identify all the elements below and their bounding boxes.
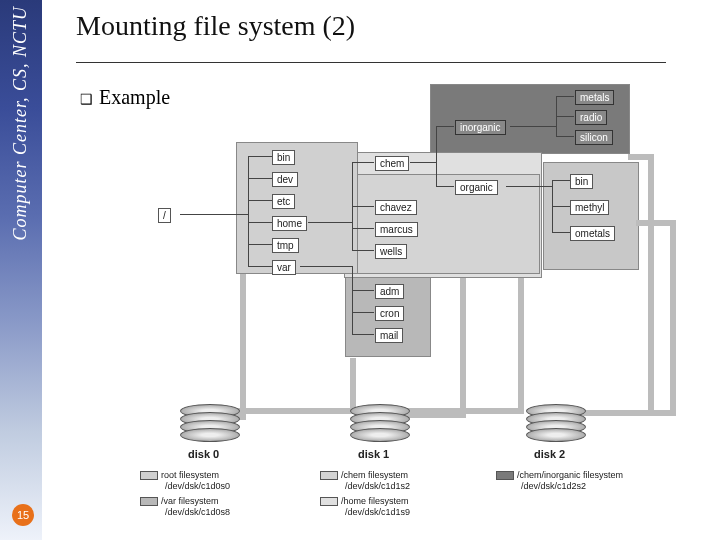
node-dev: dev: [272, 172, 298, 187]
cable: [628, 154, 654, 160]
connector: [352, 334, 374, 335]
sidebar: Computer Center, CS, NCTU: [0, 0, 42, 540]
connector: [248, 244, 272, 245]
connector: [510, 126, 556, 127]
connector: [436, 126, 454, 127]
cable: [396, 408, 524, 414]
node-bin: bin: [272, 150, 295, 165]
disk-2-icon: [526, 404, 586, 446]
group-chem: [344, 174, 540, 274]
connector: [248, 156, 249, 266]
cable: [240, 274, 246, 414]
node-tmp: tmp: [272, 238, 299, 253]
node-home: home: [272, 216, 307, 231]
connector: [352, 290, 374, 291]
connector: [352, 206, 374, 207]
connector: [248, 200, 272, 201]
connector: [352, 312, 374, 313]
connector: [556, 136, 574, 137]
connector: [308, 222, 352, 223]
node-wells: wells: [375, 244, 407, 259]
node-radio: radio: [575, 110, 607, 125]
node-etc: etc: [272, 194, 295, 209]
connector: [552, 180, 570, 181]
connector: [352, 228, 374, 229]
cable: [228, 408, 356, 414]
connector: [436, 126, 437, 186]
connector: [552, 206, 570, 207]
connector: [352, 250, 374, 251]
disk-0-label: disk 0: [188, 448, 219, 460]
sidebar-text: Computer Center, CS, NCTU: [10, 6, 31, 241]
cable: [648, 154, 654, 416]
disk-1-icon: [350, 404, 410, 446]
connector: [506, 186, 552, 187]
legend-root: root filesystem /dev/dsk/c1d0s0: [140, 470, 230, 492]
connector: [180, 214, 248, 215]
title-rule: [76, 62, 666, 63]
node-bin2: bin: [570, 174, 593, 189]
node-silicon: silicon: [575, 130, 613, 145]
connector: [248, 156, 272, 157]
connector: [248, 178, 272, 179]
node-root: /: [158, 208, 171, 223]
node-cron: cron: [375, 306, 404, 321]
node-mail: mail: [375, 328, 403, 343]
cable: [670, 220, 676, 416]
page-title: Mounting file system (2): [76, 10, 355, 42]
node-metals: metals: [575, 90, 614, 105]
disk-2-label: disk 2: [534, 448, 565, 460]
node-chem: chem: [375, 156, 409, 171]
connector: [248, 266, 272, 267]
group-root: [236, 142, 358, 274]
node-ometals: ometals: [570, 226, 615, 241]
connector: [300, 266, 352, 267]
bullet-icon: ❑: [80, 91, 93, 107]
legend-chem: /chem filesystem /dev/dsk/c1d1s2: [320, 470, 410, 492]
node-methyl: methyl: [570, 200, 609, 215]
node-inorganic: inorganic: [455, 120, 506, 135]
connector: [552, 232, 570, 233]
cable: [460, 278, 466, 418]
node-organic: organic: [455, 180, 498, 195]
legend-home: /home filesystem /dev/dsk/c1d1s9: [320, 496, 410, 518]
connector: [352, 266, 353, 334]
node-chavez: chavez: [375, 200, 417, 215]
connector: [352, 162, 374, 163]
disk-0-icon: [180, 404, 240, 446]
node-marcus: marcus: [375, 222, 418, 237]
cable: [518, 278, 524, 414]
disk-1-label: disk 1: [358, 448, 389, 460]
cable: [572, 410, 676, 416]
connector: [410, 162, 436, 163]
connector: [556, 116, 574, 117]
connector: [556, 96, 574, 97]
cable: [636, 220, 676, 226]
connector: [436, 186, 454, 187]
node-var: var: [272, 260, 296, 275]
filesystem-diagram: / bin dev etc home tmp var chem organic …: [150, 82, 710, 522]
page-number: 15: [12, 504, 34, 526]
legend-var: /var filesystem /dev/dsk/c1d0s8: [140, 496, 230, 518]
legend-inorg: /chem/inorganic filesystem /dev/dsk/c1d2…: [496, 470, 623, 492]
connector: [248, 222, 272, 223]
node-adm: adm: [375, 284, 404, 299]
